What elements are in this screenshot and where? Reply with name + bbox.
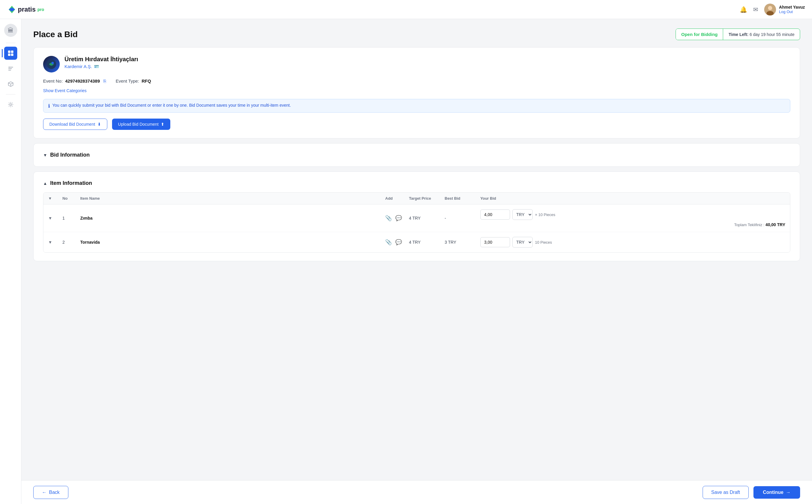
row2-target-price: 4 TRY: [409, 240, 445, 245]
item-information-header: ▲ Item Information: [43, 180, 790, 186]
row2-expand[interactable]: ▼: [48, 240, 62, 245]
back-arrow-icon: ←: [42, 490, 47, 495]
row2-item-name: Tornavida: [80, 240, 385, 245]
sidebar-item-tasks[interactable]: [4, 62, 17, 75]
show-categories-link[interactable]: Show Event Categories: [43, 88, 790, 93]
download-bid-document-button[interactable]: Download Bid Document ⬇: [43, 119, 107, 130]
row1-expand[interactable]: ▼: [48, 216, 62, 221]
bid-info-chevron-icon[interactable]: ▼: [43, 153, 47, 157]
sidebar-item-3d[interactable]: [4, 78, 17, 91]
avatar-image: [764, 4, 776, 15]
svg-point-12: [9, 67, 10, 67]
sidebar-institution-icon[interactable]: 🏛: [4, 24, 17, 37]
svg-rect-8: [11, 53, 13, 56]
event-meta: Event No: 42974928374389 ⎘ Event Type: R…: [43, 78, 790, 84]
main-content: Place a Bid Open for Bidding Time Left: …: [21, 19, 812, 504]
continue-button-label: Continue: [763, 490, 783, 495]
row2-your-bid: TRY USD EUR 10 Pieces: [480, 237, 785, 248]
svg-rect-7: [8, 53, 10, 56]
svg-marker-1: [9, 7, 15, 11]
row2-bid-input[interactable]: [480, 237, 510, 247]
back-button[interactable]: ← Back: [33, 486, 68, 499]
row1-bid-input[interactable]: [480, 210, 510, 220]
svg-point-17: [51, 62, 54, 64]
row2-bid-row: TRY USD EUR 10 Pieces: [480, 237, 785, 248]
th-no: No: [62, 196, 80, 201]
sidebar: 🏛: [0, 19, 21, 504]
messages-button[interactable]: ✉: [753, 6, 758, 13]
row1-actions: 📎 💬: [385, 215, 409, 221]
settings-icon: [7, 101, 14, 108]
row1-best-bid: -: [445, 216, 480, 221]
upload-bid-document-button[interactable]: Upload Bid Document ⬆: [112, 119, 170, 130]
event-logo-icon: [47, 59, 56, 69]
svg-rect-11: [8, 70, 11, 70]
item-information-card: ▲ Item Information ▼ No Item Name Add Ta…: [33, 171, 800, 261]
table-row: ▼ 2 Tornavida 📎 💬 4 TRY 3 TRY: [43, 232, 790, 252]
row2-unit: 10 Pieces: [535, 240, 552, 245]
th-target-price: Target Price: [409, 196, 445, 201]
row1-your-bid: TRY USD EUR × 10 Pieces Toplam Teklifini…: [480, 209, 785, 227]
event-logo: [43, 56, 60, 73]
time-left-prefix: Time Left:: [728, 32, 748, 37]
company-id-icon: 🪪: [94, 64, 99, 69]
row2-attach-icon[interactable]: 📎: [385, 239, 392, 245]
sidebar-item-settings[interactable]: [4, 98, 17, 111]
copy-icon[interactable]: ⎘: [103, 78, 106, 84]
user-info: Ahmet Yavuz Log Out: [764, 4, 805, 15]
page-header: Place a Bid Open for Bidding Time Left: …: [33, 29, 800, 40]
row1-no: 1: [62, 216, 80, 221]
back-button-label: Back: [49, 490, 60, 495]
grid-icon: [7, 50, 14, 56]
download-icon: ⬇: [97, 122, 101, 127]
svg-marker-13: [8, 82, 13, 84]
continue-button[interactable]: Continue →: [753, 486, 800, 499]
time-left-value: 6 day 19 hour 55 minute: [750, 32, 794, 37]
info-icon: ℹ: [48, 103, 50, 109]
save-as-draft-button[interactable]: Save as Draft: [703, 486, 749, 499]
row1-total-amount: 40,00 TRY: [766, 222, 785, 227]
th-item-name: Item Name: [80, 196, 385, 201]
row2-comment-icon[interactable]: 💬: [395, 239, 402, 245]
svg-rect-5: [8, 51, 10, 53]
row2-no: 2: [62, 240, 80, 245]
row1-currency-select[interactable]: TRY USD EUR: [512, 209, 533, 220]
nav-right: 🔔 ✉ Ahmet Yavuz Log Out: [740, 4, 805, 15]
sidebar-divider-2: [6, 94, 15, 95]
event-name: Üretim Hırdavat İhtiyaçları: [64, 56, 138, 63]
logout-link[interactable]: Log Out: [779, 10, 805, 14]
continue-arrow-icon: →: [786, 490, 791, 495]
event-company: Kardemir A.Ş. 🪪: [64, 64, 138, 69]
user-name: Ahmet Yavuz: [779, 5, 805, 10]
event-no-label: Event No: 42974928374389 ⎘: [43, 78, 106, 84]
row1-comment-icon[interactable]: 💬: [395, 215, 402, 221]
info-message-box: ℹ You can quickly submit your bid with B…: [43, 99, 790, 113]
top-navigation: pratis pro 🔔 ✉ Ahmet Yavuz Log Out: [0, 0, 812, 19]
event-type-value: RFQ: [141, 78, 151, 84]
time-left-display: Time Left: 6 day 19 hour 55 minute: [723, 29, 800, 40]
row1-total-line: Toplam Teklifiniz : 40,00 TRY: [480, 222, 785, 227]
sidebar-divider-1: [6, 43, 15, 43]
page-title: Place a Bid: [33, 30, 78, 39]
notifications-button[interactable]: 🔔: [740, 6, 747, 13]
item-info-chevron-icon[interactable]: ▲: [43, 181, 47, 186]
items-table: ▼ No Item Name Add Target Price Best Bid…: [43, 192, 790, 253]
download-bid-document-label: Download Bid Document: [49, 122, 95, 127]
logo-name-text: pratis: [18, 6, 36, 13]
open-for-bidding-badge: Open for Bidding: [676, 29, 723, 40]
svg-point-15: [10, 104, 12, 105]
event-no-value: 42974928374389: [65, 78, 100, 84]
table-header-row: ▼ No Item Name Add Target Price Best Bid…: [43, 193, 790, 204]
row1-attach-icon[interactable]: 📎: [385, 215, 392, 221]
th-chevron: ▼: [48, 196, 62, 201]
row2-best-bid: 3 TRY: [445, 240, 480, 245]
upload-bid-document-label: Upload Bid Document: [118, 122, 158, 127]
row2-action-icons: 📎 💬: [385, 239, 409, 245]
document-actions: Download Bid Document ⬇ Upload Bid Docum…: [43, 119, 790, 130]
item-information-title: Item Information: [50, 180, 92, 186]
info-message-text: You can quickly submit your bid with Bid…: [52, 103, 291, 108]
row2-currency-select[interactable]: TRY USD EUR: [512, 237, 533, 248]
row1-item-name: Zımba: [80, 216, 385, 221]
sidebar-item-dashboard[interactable]: [4, 47, 17, 60]
row1-target-price: 4 TRY: [409, 216, 445, 221]
